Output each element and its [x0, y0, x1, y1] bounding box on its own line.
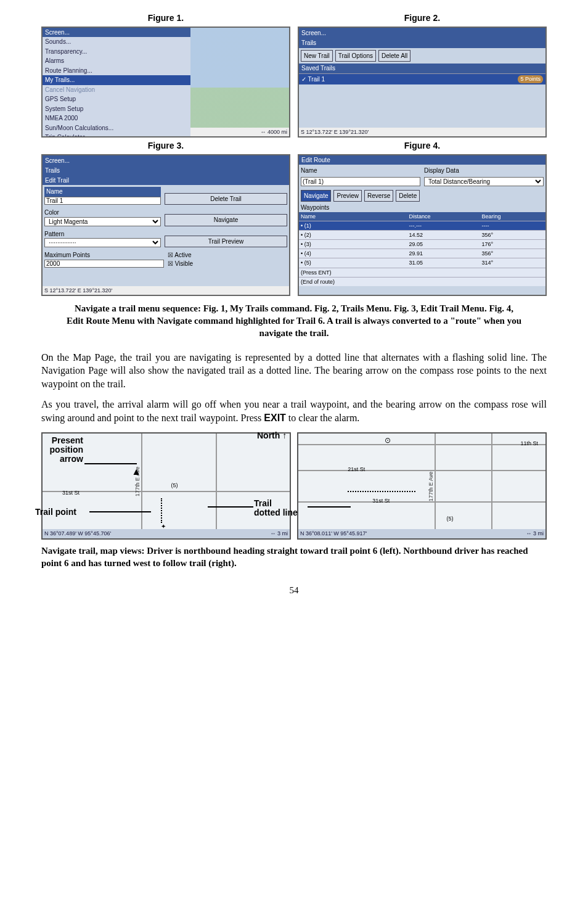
navigate-button[interactable]: Navigate	[165, 214, 287, 226]
map-left-coords: N 36°07.489' W 95°45.706'	[44, 530, 111, 537]
display-data-select[interactable]: Total Distance/Bearing	[424, 177, 544, 186]
compass-icon: ⊙	[385, 435, 391, 445]
road-label: 11th St	[520, 440, 538, 447]
north-label: North ↑	[257, 430, 287, 442]
map-left-scale: ↔ 3 mi	[270, 530, 288, 537]
map-right-coords: N 36°08.011' W 95°45.917'	[300, 530, 367, 537]
figure-2-screen: Screen... Trails New Trail Trail Options…	[298, 27, 547, 138]
trail-name-input[interactable]	[44, 197, 161, 205]
menu-item-gps-setup[interactable]: GPS Setup	[43, 94, 190, 104]
fig2-menu-title: Screen...	[299, 28, 545, 39]
figure-4-label: Figure 4.	[298, 140, 547, 152]
pattern-label: Pattern	[44, 230, 161, 239]
fig3-coords: S 12°13.722' E 139°21.320'	[44, 287, 112, 294]
fig3-trails-hdr: Trails	[43, 166, 289, 176]
menu-item-sounds[interactable]: Sounds...	[43, 37, 190, 47]
body-paragraph-2: As you travel, the arrival alarm will go…	[41, 398, 547, 424]
delete-all-button[interactable]: Delete All	[378, 50, 410, 62]
route-preview-button[interactable]: Preview	[333, 190, 362, 202]
maxpoints-label: Maximum Points	[44, 251, 164, 260]
saved-trails-header: Saved Trails	[299, 64, 545, 73]
trail-row-points: 5 Points	[518, 75, 543, 84]
present-position-label: Present position arrow	[39, 436, 83, 464]
waypoints-table: Name Distance Bearing • (1)---.------- •…	[299, 212, 545, 286]
fig4-editroute-hdr: Edit Route	[299, 155, 545, 165]
menu-item-my-trails[interactable]: My Trails...	[43, 75, 190, 85]
fig4-name-label: Name	[301, 167, 420, 175]
figure-3-label: Figure 3.	[41, 140, 290, 152]
table-row[interactable]: • (2)14.52356°	[299, 231, 545, 240]
route-delete-button[interactable]: Delete	[396, 190, 420, 202]
table-row[interactable]: • (5)31.05314°	[299, 258, 545, 268]
map-right: 11th St 21st St 31st St 177th E Ave (5) …	[297, 432, 547, 540]
fig1-main-menu[interactable]: Screen... Sounds... Transparency... Alar…	[43, 28, 190, 138]
figure-1-screen: Screen... Sounds... Transparency... Alar…	[41, 27, 290, 138]
fig1-menu-title: Screen...	[43, 28, 190, 38]
waypoints-header: Waypoints	[299, 204, 545, 212]
figure-1-label: Figure 1.	[41, 12, 290, 24]
fig1-scale: ↔ 4000 mi	[260, 128, 287, 136]
road-label: 31st St	[62, 489, 80, 496]
color-select[interactable]: Light Magenta	[44, 217, 161, 226]
fig3-menu-title: Screen...	[43, 155, 289, 167]
wp-label: (5)	[447, 515, 454, 522]
fig3-status-bar: S 12°13.722' E 139°21.320'	[43, 286, 289, 295]
road-label: 177th E Ave	[427, 472, 435, 501]
route-navigate-button[interactable]: Navigate	[301, 190, 331, 202]
menu-item-alarms[interactable]: Alarms	[43, 56, 190, 66]
col-distance: Distance	[407, 212, 480, 221]
pattern-select[interactable]: ················	[44, 238, 161, 247]
figure-3-screen: Screen... Trails Edit Trail Name Delete …	[41, 154, 290, 296]
body-paragraph-1: On the Map Page, the trail you are navig…	[41, 351, 547, 391]
menu-item-trip-calc[interactable]: Trip Calculator...	[43, 133, 190, 138]
map-right-scale: ↔ 3 mi	[526, 530, 544, 537]
visible-checkbox[interactable]: ☒ Visible	[168, 260, 287, 268]
name-label: Name	[44, 187, 161, 197]
wp-label: (5)	[171, 482, 178, 489]
trail-options-button[interactable]: Trail Options	[335, 50, 376, 62]
route-name-input[interactable]	[301, 177, 420, 186]
fig2-coords: S 12°13.722' E 139°21.320'	[301, 128, 369, 136]
menu-item-system-setup[interactable]: System Setup	[43, 104, 190, 114]
color-label: Color	[44, 208, 161, 217]
new-trail-button[interactable]: New Trail	[301, 50, 333, 62]
menu-item-sunmoon[interactable]: Sun/Moon Calculations...	[43, 123, 190, 133]
exit-key-label: EXIT	[264, 413, 286, 423]
trail-row-name: ✓ Trail 1	[301, 75, 325, 84]
table-row[interactable]: (Press ENT)	[299, 268, 545, 277]
table-row[interactable]: • (3)29.05176°	[299, 240, 545, 249]
menu-item-cancel-nav: Cancel Navigation	[43, 85, 190, 95]
menu-item-nmea[interactable]: NMEA 2000	[43, 113, 190, 123]
trail-preview-button[interactable]: Trail Preview	[165, 236, 287, 248]
fig4-display-label: Display Data	[424, 167, 544, 175]
trail-row-1[interactable]: ✓ Trail 1 5 Points	[299, 73, 545, 85]
present-arrow-icon: ▲	[131, 465, 141, 479]
road-label: 21st St	[348, 466, 365, 473]
fig2-trails-header: Trails	[299, 38, 545, 48]
active-checkbox[interactable]: ☒ Active	[168, 251, 287, 260]
menu-item-transparency[interactable]: Transparency...	[43, 47, 190, 57]
table-row[interactable]: • (1)---.-------	[299, 221, 545, 230]
figure-caption-2: Navigate trail, map views: Driver is nor…	[41, 545, 547, 570]
fig2-status-bar: S 12°13.722' E 139°21.320'	[299, 128, 545, 136]
menu-item-route-planning[interactable]: Route Planning...	[43, 66, 190, 76]
road-label: 31st St	[372, 497, 390, 504]
trail-point-label: Trail point	[35, 506, 76, 518]
table-row[interactable]: • (4)29.91356°	[299, 249, 545, 258]
north-arrow-icon: ↑	[282, 430, 287, 440]
col-name: Name	[299, 212, 407, 221]
maxpoints-input[interactable]	[44, 260, 164, 268]
delete-trail-button[interactable]: Delete Trail	[165, 193, 287, 205]
page-number: 54	[41, 584, 547, 596]
table-row[interactable]: (End of route)	[299, 277, 545, 286]
route-reverse-button[interactable]: Reverse	[364, 190, 393, 202]
figure-caption-1: Navigate a trail menu sequence: Fig. 1, …	[66, 302, 522, 340]
trail-dotted-label: Trail dotted line	[254, 499, 298, 518]
figure-2-label: Figure 2.	[298, 12, 547, 24]
fig3-edittrail-hdr: Edit Trail	[43, 176, 289, 186]
figure-4-screen: Edit Route Name Display Data Total Dista…	[298, 154, 547, 296]
col-bearing: Bearing	[480, 212, 545, 221]
